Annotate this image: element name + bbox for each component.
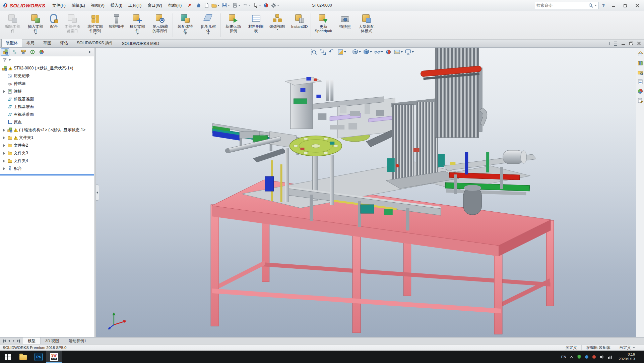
- tab-model[interactable]: 模型: [23, 338, 41, 344]
- search-input[interactable]: [536, 3, 587, 8]
- ribbon-button-new-motion-study[interactable]: 新建运动算例: [222, 12, 245, 39]
- taskbar-file-explorer[interactable]: [15, 351, 31, 363]
- tab-layout[interactable]: 布局: [22, 39, 39, 47]
- tree-item-folder4[interactable]: 文件夹4: [0, 157, 94, 165]
- first-tab-button[interactable]: [2, 339, 6, 343]
- ribbon-button-show-hidden-components[interactable]: 显示隐藏的零部件: [149, 12, 172, 39]
- ribbon-button-edit-component[interactable]: 编辑零部件: [1, 12, 24, 39]
- design-library-icon[interactable]: [637, 60, 644, 66]
- menu-edit[interactable]: 编辑(E): [69, 1, 88, 10]
- window-close-button[interactable]: [632, 1, 642, 9]
- hidden-icons-chevron[interactable]: [570, 355, 574, 359]
- tree-item-root[interactable]: ST02-0000 (.<默认_显示状态-1>): [0, 64, 94, 72]
- menu-view[interactable]: 视图(V): [88, 1, 108, 10]
- options-button[interactable]: [270, 2, 280, 9]
- appearances-scenes-icon[interactable]: [637, 88, 644, 95]
- expand-arrow-icon[interactable]: [3, 167, 5, 170]
- tree-item-sensors[interactable]: 传感器: [0, 80, 94, 88]
- zoom-to-area-icon[interactable]: [319, 48, 327, 56]
- file-explorer-icon[interactable]: [637, 69, 644, 76]
- taskbar-solidworks[interactable]: SW2018: [46, 351, 62, 363]
- ribbon-button-large-assembly-mode[interactable]: 大型装配体模式: [355, 12, 378, 39]
- start-button[interactable]: [0, 351, 15, 363]
- display-manager-tab[interactable]: [37, 48, 46, 56]
- section-view-icon[interactable]: [336, 48, 347, 56]
- ribbon-button-move-component[interactable]: 移动零部件: [126, 12, 149, 39]
- home-button[interactable]: [195, 2, 202, 9]
- tree-item-origin[interactable]: 原点: [0, 118, 94, 126]
- status-custom-units[interactable]: 自定义: [615, 345, 640, 350]
- options-dropdown-arrow[interactable]: [277, 5, 279, 6]
- view-settings-icon[interactable]: [404, 48, 414, 56]
- split-pane-horizontal-button[interactable]: [612, 41, 619, 46]
- previous-view-icon[interactable]: [328, 48, 336, 56]
- expand-arrow-icon[interactable]: [3, 152, 5, 155]
- menu-tools[interactable]: 工具(T): [125, 1, 144, 10]
- ribbon-button-bill-of-materials[interactable]: 材料明细表: [245, 12, 267, 39]
- property-manager-tab[interactable]: [10, 48, 18, 56]
- apply-scene-icon[interactable]: [393, 48, 403, 56]
- solidworks-resources-icon[interactable]: [637, 50, 644, 57]
- ribbon-button-take-snapshot[interactable]: 拍快照: [337, 12, 353, 39]
- expand-arrow-icon[interactable]: [3, 129, 5, 132]
- tab-assembly[interactable]: 装配体: [1, 39, 22, 47]
- ribbon-button-component-preview[interactable]: 零部件预览窗口: [61, 12, 84, 39]
- ribbon-button-assembly-features[interactable]: 装配体特征: [174, 12, 197, 39]
- panel-expand-chevron-icon[interactable]: [89, 51, 91, 53]
- menu-window[interactable]: 窗口(W): [144, 1, 165, 10]
- custom-properties-icon[interactable]: [637, 97, 644, 104]
- next-tab-button[interactable]: [12, 339, 15, 343]
- tree-item-annotations[interactable]: 注解: [0, 88, 94, 95]
- tab-solidworks-mbd[interactable]: SOLIDWORKS MBD: [118, 40, 164, 47]
- ribbon-button-reference-geometry[interactable]: 参考几何体: [197, 12, 219, 39]
- volume-icon[interactable]: [599, 355, 604, 359]
- expand-arrow-icon[interactable]: [3, 144, 5, 147]
- filter-funnel-icon[interactable]: [2, 58, 7, 62]
- graphics-viewport[interactable]: [96, 48, 636, 337]
- configuration-manager-tab[interactable]: [19, 48, 27, 56]
- pin-menu-icon[interactable]: [187, 3, 192, 8]
- select-dropdown-arrow[interactable]: [259, 5, 261, 6]
- undo-dropdown-arrow[interactable]: [249, 5, 251, 6]
- sync-status-icon[interactable]: [585, 355, 589, 359]
- expand-arrow-icon[interactable]: [3, 160, 5, 162]
- view-orientation-icon[interactable]: [351, 48, 362, 56]
- command-search-box[interactable]: [535, 2, 598, 9]
- open-dropdown-arrow[interactable]: [217, 5, 219, 6]
- tab-3d-views[interactable]: 3D 视图: [41, 338, 64, 344]
- tab-solidworks-addins[interactable]: SOLIDWORKS 插件: [72, 39, 118, 47]
- tree-item-top-plane[interactable]: 上视基准面: [0, 103, 94, 111]
- update-status-icon[interactable]: [592, 355, 596, 359]
- ribbon-button-mate[interactable]: 配合: [47, 12, 61, 39]
- rebuild-button[interactable]: [262, 2, 270, 9]
- edit-appearance-icon[interactable]: [384, 48, 392, 56]
- panel-collapse-handle[interactable]: [96, 185, 99, 201]
- ribbon-button-smart-fasteners[interactable]: 智能扣件: [107, 12, 126, 39]
- menu-file[interactable]: 文件(F): [49, 1, 68, 10]
- filter-dropdown-arrow[interactable]: [9, 59, 11, 61]
- open-button[interactable]: [210, 2, 220, 9]
- undo-button[interactable]: [242, 2, 252, 9]
- assembly-model[interactable]: [96, 48, 636, 337]
- tree-item-folder2[interactable]: 文件夹2: [0, 142, 94, 149]
- search-icon[interactable]: [588, 3, 593, 8]
- security-shield-icon[interactable]: [577, 355, 581, 359]
- print-button[interactable]: [231, 2, 241, 9]
- tab-evaluate[interactable]: 评估: [56, 39, 72, 47]
- save-button[interactable]: [221, 2, 231, 9]
- taskbar-photoshop[interactable]: Ps: [31, 351, 46, 363]
- tree-item-history[interactable]: 历史记录: [0, 72, 94, 80]
- tree-item-folder1[interactable]: 文件夹1: [0, 134, 94, 142]
- print-dropdown-arrow[interactable]: [238, 5, 240, 6]
- ribbon-button-instant3d[interactable]: Instant3D: [289, 12, 310, 39]
- ribbon-button-linear-pattern[interactable]: 线性零部件阵列: [84, 12, 107, 39]
- menu-insert[interactable]: 插入(I): [108, 1, 125, 10]
- input-language-indicator[interactable]: EN: [561, 355, 566, 359]
- menu-help[interactable]: 帮助(H): [165, 1, 185, 10]
- expand-arrow-icon[interactable]: [3, 137, 5, 139]
- ribbon-button-exploded-view[interactable]: 爆炸视图: [267, 12, 287, 39]
- document-restore-button[interactable]: [628, 41, 634, 46]
- dimxpert-manager-tab[interactable]: [28, 48, 37, 56]
- ribbon-button-insert-component[interactable]: 插入零部件: [24, 12, 47, 39]
- document-minimize-button[interactable]: [620, 41, 627, 46]
